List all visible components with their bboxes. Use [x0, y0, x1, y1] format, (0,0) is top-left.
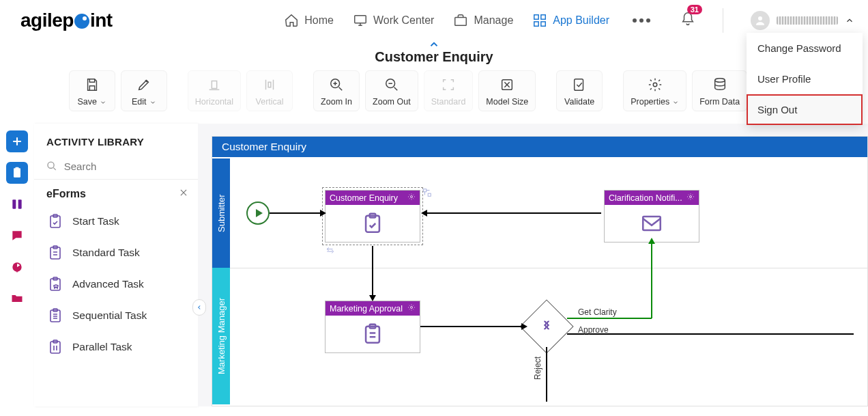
node-customer-enquiry[interactable]: Customer Enquiry [325, 190, 420, 242]
chevron-down-icon [672, 98, 679, 105]
align-horizontal-icon [207, 77, 222, 93]
tool-form-data[interactable]: Form Data [692, 70, 747, 111]
rail-clipboard-button[interactable] [6, 162, 28, 184]
nav-work-center-label: Work Center [373, 14, 435, 27]
node-clarification[interactable]: Clarification Notifi... [604, 190, 699, 242]
tool-edit[interactable]: Edit [121, 70, 167, 111]
node-title: Clarification Notifi... [609, 193, 682, 203]
nav-manage[interactable]: Manage [453, 13, 513, 28]
svg-rect-18 [18, 199, 22, 208]
svg-rect-11 [575, 79, 583, 91]
tool-save-label: Save [78, 97, 98, 107]
brand-dot-icon [74, 14, 89, 29]
collapse-header-button[interactable] [428, 38, 440, 53]
lib-sequential-task[interactable]: Sequential Task [34, 300, 198, 331]
nav-manage-label: Manage [474, 14, 513, 27]
edge-label-get-clarity: Get Clarity [578, 307, 617, 317]
lib-parallel-task[interactable]: Parallel Task [34, 331, 198, 363]
edge-label-approve: Approve [578, 325, 609, 335]
svg-point-39 [411, 307, 413, 309]
canvas-wrap: Customer Enquiry Submitter Marketing Man… [198, 124, 868, 406]
gear-icon[interactable] [407, 193, 416, 203]
close-icon[interactable] [179, 188, 188, 200]
nav-home[interactable]: Home [284, 13, 334, 28]
menu-user-profile[interactable]: User Profile [747, 64, 863, 94]
rail-lanes-button[interactable] [6, 193, 28, 215]
svg-rect-36 [428, 193, 431, 196]
svg-rect-1 [455, 17, 467, 25]
app-header: agilepint Home Work Center Manage App Bu… [0, 0, 868, 41]
task-icon [46, 307, 64, 324]
notifications-button[interactable]: 31 [680, 12, 695, 29]
edge [426, 212, 601, 214]
edge-label-reject: Reject [533, 357, 542, 380]
tool-zoom-out[interactable]: Zoom Out [365, 70, 418, 111]
chevron-up-icon [845, 16, 854, 25]
rail-folder-button[interactable] [6, 288, 28, 309]
tool-zoom-out-label: Zoom Out [373, 97, 411, 107]
tool-properties[interactable]: Properties [623, 70, 686, 111]
gear-icon[interactable] [407, 303, 416, 314]
menu-sign-out[interactable]: Sign Out [747, 94, 863, 125]
tool-zoom-in[interactable]: Zoom In [313, 70, 360, 111]
tool-model-size[interactable]: Model Size [478, 70, 536, 111]
lib-advanced-task[interactable]: Advanced Task [34, 268, 198, 300]
monitor-icon [353, 13, 368, 28]
avatar-icon [751, 11, 770, 30]
rail-add-button[interactable] [6, 130, 28, 152]
tool-save[interactable]: Save [69, 70, 115, 111]
nav-app-builder-label: App Builder [553, 14, 609, 27]
tool-validate-label: Validate [564, 97, 594, 107]
start-node[interactable] [246, 202, 270, 225]
chevron-down-icon [100, 98, 106, 105]
svg-rect-7 [212, 81, 216, 89]
save-icon [85, 77, 100, 93]
svg-rect-20 [16, 271, 18, 273]
task-icon [46, 275, 64, 293]
tool-edit-label: Edit [132, 97, 147, 107]
rail-report-button[interactable] [6, 256, 28, 278]
collapse-sidebar-button[interactable] [192, 299, 206, 316]
left-rail [0, 124, 34, 406]
lib-standard-task[interactable]: Standard Task [34, 237, 198, 268]
arrowhead-icon [320, 210, 326, 217]
user-menu-toggle[interactable] [751, 11, 854, 30]
sidebar-search[interactable] [34, 156, 198, 180]
tool-model-size-label: Model Size [486, 97, 528, 107]
process-canvas[interactable]: Customer Enquiry Submitter Marketing Man… [212, 136, 868, 406]
frame-icon [441, 77, 456, 93]
rail-chat-button[interactable] [6, 225, 28, 247]
tool-validate[interactable]: Validate [556, 70, 603, 111]
align-vertical-icon [262, 77, 277, 93]
decision-node[interactable] [519, 299, 573, 353]
lane-submitter: Submitter [212, 158, 230, 268]
zoom-out-icon [384, 77, 399, 93]
tool-horizontal: Horizontal [188, 70, 241, 111]
task-icon [46, 212, 64, 230]
nav-work-center[interactable]: Work Center [353, 13, 435, 28]
node-marketing-approval[interactable]: Marketing Approval [325, 301, 420, 353]
nav-more-icon[interactable] [628, 18, 654, 23]
svg-point-37 [690, 196, 692, 198]
gear-icon[interactable] [686, 193, 695, 203]
svg-point-32 [411, 196, 413, 198]
menu-change-password[interactable]: Change Password [747, 33, 863, 64]
lib-start-task[interactable]: Start Task [34, 206, 198, 237]
activity-library: ACTIVITY LIBRARY eForms Start Task Stand… [34, 124, 198, 406]
lane-separator [230, 268, 867, 268]
zoom-in-icon [329, 77, 344, 93]
arrowhead-icon [521, 323, 527, 330]
main-nav: Home Work Center Manage App Builder 31 [284, 8, 854, 33]
arrowhead-icon [369, 295, 376, 301]
search-icon [46, 160, 57, 172]
lib-item-label: Sequential Task [72, 309, 147, 322]
search-input[interactable] [64, 161, 186, 172]
nav-app-builder[interactable]: App Builder [532, 13, 609, 28]
lib-item-label: Standard Task [72, 247, 140, 259]
canvas-title: Customer Enquiry [212, 137, 867, 157]
tool-standard: Standard [424, 70, 474, 111]
brand-logo: agilepint [20, 10, 113, 31]
node-flags-icon [326, 246, 335, 255]
svg-rect-3 [541, 14, 545, 18]
svg-rect-15 [14, 168, 20, 177]
